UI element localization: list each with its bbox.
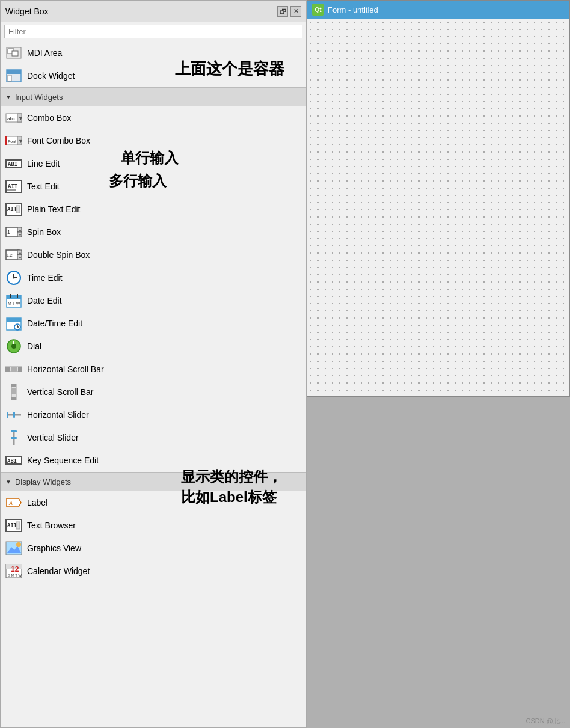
list-item[interactable]: AIT Text Edit 多行输入 xyxy=(1,175,306,198)
svg-point-50 xyxy=(11,344,16,349)
svg-text:ABI: ABI xyxy=(8,161,17,167)
date-edit-label: Date Edit xyxy=(27,296,62,305)
vertical-slider-label: Vertical Slider xyxy=(27,433,79,442)
spin-box-label: Spin Box xyxy=(27,227,61,237)
time-edit-label: Time Edit xyxy=(27,273,63,283)
form-canvas[interactable] xyxy=(307,19,569,396)
svg-text:M T W T F: M T W T F xyxy=(8,301,22,305)
svg-rect-40 xyxy=(7,295,21,299)
list-item[interactable]: Graphics View xyxy=(1,537,306,560)
list-item[interactable]: Horizontal Slider xyxy=(1,403,306,426)
list-item[interactable]: ABI Line Edit 单行输入 xyxy=(1,152,306,175)
dial-label: Dial xyxy=(27,341,41,351)
list-item[interactable]: AIT Text Browser xyxy=(1,514,306,537)
svg-text:AIT: AIT xyxy=(8,183,18,189)
svg-text:Font: Font xyxy=(8,139,16,144)
mdi-area-icon xyxy=(5,44,22,61)
list-item[interactable]: 1 ▲ ▼ Spin Box xyxy=(1,221,306,243)
time-edit-icon xyxy=(5,269,22,286)
svg-text:▼: ▼ xyxy=(18,115,22,121)
label-label: Label xyxy=(27,498,48,507)
gray-area: CSDN @北... xyxy=(307,397,570,728)
svg-point-75 xyxy=(16,542,21,547)
title-buttons: 🗗 ✕ xyxy=(277,6,301,17)
list-item[interactable]: AIT Plain Text Edit xyxy=(1,198,306,221)
spin-box-icon: 1 ▲ ▼ xyxy=(5,224,22,240)
svg-text:▼: ▼ xyxy=(18,255,22,260)
svg-text:1.2: 1.2 xyxy=(7,253,13,257)
svg-text:A: A xyxy=(8,500,13,506)
filter-input[interactable] xyxy=(4,25,302,38)
svg-point-38 xyxy=(13,277,15,279)
horizontal-slider-label: Horizontal Slider xyxy=(27,410,89,420)
combo-box-icon: abc ▼ xyxy=(5,109,22,126)
vertical-scroll-bar-icon xyxy=(5,384,22,400)
svg-rect-72 xyxy=(16,522,20,529)
watermark: CSDN @北... xyxy=(526,717,565,726)
key-sequence-edit-icon: ABI xyxy=(5,452,22,469)
double-spin-box-icon: 1.2 ▲ ▼ xyxy=(5,246,22,263)
widget-box-titlebar: Widget Box 🗗 ✕ xyxy=(1,1,306,22)
svg-rect-54 xyxy=(11,367,17,372)
svg-text:abc: abc xyxy=(7,116,15,121)
dock-widget-label: Dock Widget xyxy=(27,71,75,81)
datetime-edit-label: Date/Time Edit xyxy=(27,319,82,328)
mdi-area-label: MDI Area xyxy=(27,48,62,58)
vertical-slider-icon xyxy=(5,429,22,446)
input-widgets-section[interactable]: ▼ Input Widgets xyxy=(1,87,306,106)
list-item[interactable]: Vertical Slider xyxy=(1,426,306,449)
list-item[interactable]: Time Edit xyxy=(1,266,306,289)
svg-rect-58 xyxy=(11,388,16,394)
dial-icon xyxy=(5,338,22,355)
list-item[interactable]: 12 S M T W T F S Calendar Widget xyxy=(1,560,306,583)
restore-button[interactable]: 🗗 xyxy=(277,6,288,17)
close-button[interactable]: ✕ xyxy=(290,6,301,17)
svg-rect-61 xyxy=(7,412,8,418)
combo-box-label: Combo Box xyxy=(27,113,71,123)
svg-rect-64 xyxy=(11,430,17,432)
svg-rect-2 xyxy=(12,51,18,56)
list-item[interactable]: Dock Widget 上面这个是容器 xyxy=(1,64,306,87)
graphics-view-icon xyxy=(5,540,22,557)
graphics-view-label: Graphics View xyxy=(27,543,81,553)
line-edit-icon: ABI xyxy=(5,155,22,172)
plain-text-edit-icon: AIT xyxy=(5,201,22,218)
input-widgets-label: Input Widgets xyxy=(15,93,63,102)
display-widgets-section[interactable]: ▼ Display Widgets 显示类的控件， 比如Label标签 xyxy=(1,472,306,491)
calendar-widget-label: Calendar Widget xyxy=(27,566,90,576)
horizontal-scroll-bar-icon xyxy=(5,361,22,378)
date-edit-icon: M T W T F xyxy=(5,292,22,309)
widget-box-title: Widget Box xyxy=(5,7,49,16)
list-item[interactable]: Dial xyxy=(1,335,306,358)
list-item[interactable]: Horizontal Scroll Bar xyxy=(1,358,306,381)
list-item[interactable]: A Label xyxy=(1,491,306,514)
line-edit-label: Line Edit xyxy=(27,159,60,168)
list-item[interactable]: 1.2 ▲ ▼ Double Spin Box xyxy=(1,243,306,266)
list-item[interactable]: abc ▼ Combo Box xyxy=(1,106,306,129)
right-panel: Qt Form - untitled CSDN @北... xyxy=(307,0,570,728)
text-browser-label: Text Browser xyxy=(27,521,76,530)
svg-text:ABI: ABI xyxy=(7,458,17,464)
list-item[interactable]: ABI Key Sequence Edit xyxy=(1,449,306,472)
list-item[interactable]: MDI Area xyxy=(1,41,306,64)
svg-rect-53 xyxy=(5,367,10,372)
list-item[interactable]: Font ▼ Font Combo Box xyxy=(1,129,306,152)
svg-text:▲: ▲ xyxy=(18,251,22,255)
font-combo-box-icon: Font ▼ xyxy=(5,132,22,149)
qt-logo: Qt xyxy=(312,4,324,16)
form-window-title: Form - untitled xyxy=(328,5,378,14)
dock-widget-icon xyxy=(5,67,22,84)
font-combo-box-label: Font Combo Box xyxy=(27,136,90,145)
horizontal-scroll-bar-label: Horizontal Scroll Bar xyxy=(27,364,104,374)
form-titlebar: Qt Form - untitled xyxy=(307,1,569,19)
list-item[interactable]: Vertical Scroll Bar xyxy=(1,381,306,403)
svg-rect-57 xyxy=(11,384,16,387)
plain-text-edit-label: Plain Text Edit xyxy=(27,204,80,214)
list-item[interactable]: M T W T F Date Edit xyxy=(1,289,306,312)
key-sequence-edit-label: Key Sequence Edit xyxy=(27,456,99,465)
list-item[interactable]: Date/Time Edit xyxy=(1,312,306,335)
svg-text:S M T W T F S: S M T W T F S xyxy=(8,574,22,577)
svg-text:▲: ▲ xyxy=(18,228,22,232)
svg-rect-22 xyxy=(16,206,20,213)
label-icon: A xyxy=(5,494,22,511)
